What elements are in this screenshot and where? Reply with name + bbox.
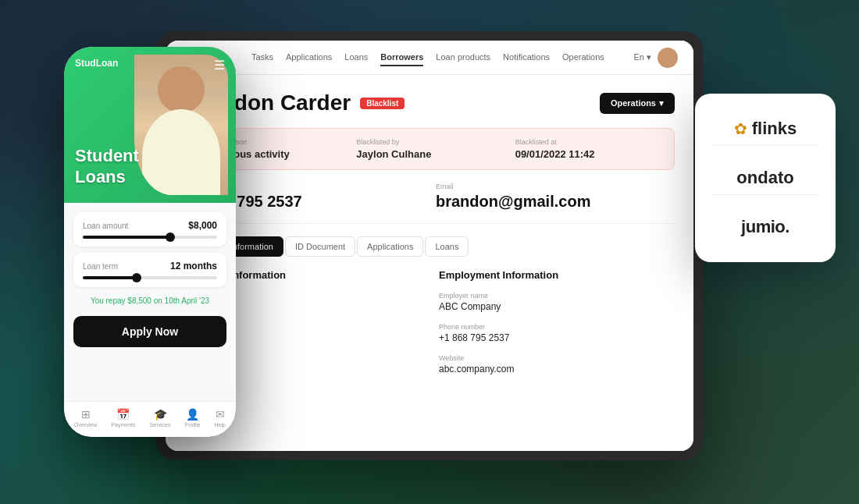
blacklist-badge: Blacklist [360, 98, 405, 109]
jumio-brand: jumio. [711, 211, 820, 243]
nav-payments[interactable]: 📅 Payments [111, 408, 135, 428]
employer-label: Employer name [439, 292, 675, 300]
employer-phone-value: +1 868 795 2537 [439, 332, 675, 343]
nav-links: Tasks Applications Loans Borrowers Loan … [251, 49, 618, 66]
nav-profile[interactable]: 👤 Profile [185, 408, 201, 428]
user-avatar[interactable] [658, 48, 678, 68]
tab-id-document[interactable]: ID Document [285, 236, 355, 257]
nav-notifications[interactable]: Notifications [503, 49, 550, 66]
blacklisted-at-label: Blacklisted at [515, 138, 661, 146]
flinks-brand: ✿ flinks [711, 112, 820, 146]
nav-applications[interactable]: Applications [286, 49, 332, 66]
ondato-brand: ondato [711, 161, 820, 195]
tablet-device: LoanBox Tasks Applications Loans Borrowe… [156, 31, 703, 460]
overview-icon: ⊞ [81, 408, 91, 421]
flinks-name: flinks [752, 119, 797, 139]
language-selector[interactable]: En ▾ [633, 52, 651, 62]
nav-loans[interactable]: Loans [344, 49, 368, 66]
hero-image [134, 55, 228, 195]
employer-phone-group: Phone number +1 868 795 2537 [439, 323, 675, 343]
app-logo: StudLoan [75, 58, 118, 69]
help-icon: ✉ [216, 408, 225, 421]
tablet-nav: LoanBox Tasks Applications Loans Borrowe… [166, 41, 693, 75]
employer-group: Employer name ABC Company [439, 292, 675, 312]
phone-hero: StudLoan ☰ StudentLoans [64, 47, 236, 203]
loan-amount-slider[interactable] [83, 236, 217, 239]
ondato-name: ondato [736, 168, 793, 188]
blacklisted-by-value: Jaylon Culhane [356, 148, 502, 160]
nav-right: En ▾ [633, 48, 678, 68]
loan-term-field: Loan term 12 months [73, 253, 226, 287]
blacklisted-by-label: Blacklisted by [356, 138, 502, 146]
operations-button[interactable]: Operations ▾ [600, 93, 675, 114]
nav-loan-products[interactable]: Loan products [436, 49, 490, 66]
tablet-screen: LoanBox Tasks Applications Loans Borrowe… [166, 41, 693, 451]
nav-operations[interactable]: Operations [562, 49, 604, 66]
website-value: abc.company.com [439, 364, 675, 374]
borrower-header: Brandon Carder Blacklist Operations ▾ [184, 91, 675, 115]
jumio-name: jumio. [741, 217, 789, 237]
tab-loans[interactable]: Loans [425, 236, 469, 257]
blacklisted-at-value: 09/01/2022 11:42 [515, 148, 661, 160]
blacklisted-at-group: Blacklisted at 09/01/2022 11:42 [515, 138, 661, 160]
loan-term-label: Loan term [83, 262, 118, 271]
loan-amount-field: Loan amount $8,000 [73, 212, 226, 247]
nav-help[interactable]: ✉ Help [214, 408, 225, 428]
website-group: Website abc.company.com [439, 354, 675, 374]
menu-icon[interactable]: ☰ [214, 58, 225, 73]
tablet-content: Brandon Carder Blacklist Operations ▾ Bl… [166, 75, 693, 451]
phone-content: Loan amount $8,000 Loan term 12 months [64, 203, 236, 401]
website-label: Website [439, 354, 675, 362]
contact-bar: Mobile phone +1 868 795 2537 Email brand… [184, 183, 675, 224]
apply-now-button[interactable]: Apply Now [73, 316, 226, 347]
profile-icon: 👤 [186, 408, 199, 421]
tab-applications[interactable]: Applications [357, 236, 423, 257]
nav-tasks[interactable]: Tasks [251, 49, 273, 66]
employer-phone-label: Phone number [439, 323, 675, 331]
info-columns: Personal Information First name Brandon … [184, 269, 675, 385]
nav-services[interactable]: 🎓 Services [150, 408, 171, 428]
email-label: Email [436, 183, 675, 190]
nav-overview[interactable]: ⊞ Overview [74, 408, 97, 428]
services-icon: 🎓 [154, 408, 167, 421]
blacklist-info-bar: Blacklist reason Suspicious activity Bla… [184, 128, 675, 170]
employment-info-section: Employment Information Employer name ABC… [439, 269, 675, 385]
email-group: Email brandon@gmail.com [436, 183, 675, 211]
payments-icon: 📅 [116, 408, 130, 421]
hero-title: StudentLoans [75, 146, 139, 187]
employment-info-title: Employment Information [439, 269, 675, 281]
flinks-icon: ✿ [734, 119, 747, 138]
employer-value: ABC Company [439, 301, 675, 312]
email-value: brandon@gmail.com [436, 193, 675, 211]
detail-tabs: Personal information ID Document Applica… [184, 236, 675, 257]
repay-text: You repay $8,500 on 10th April '23 [73, 293, 226, 308]
loan-amount-value: $8,000 [188, 220, 217, 231]
loan-term-value: 12 months [170, 261, 217, 272]
loan-amount-label: Loan amount [83, 222, 128, 230]
nav-borrowers[interactable]: Borrowers [380, 49, 423, 66]
phone-bottom-nav: ⊞ Overview 📅 Payments 🎓 Services 👤 Profi… [64, 401, 236, 437]
phone-device: StudLoan ☰ StudentLoans Loan amount $8,0… [64, 47, 236, 437]
brand-card: ✿ flinks ondato jumio. [695, 94, 836, 262]
blacklisted-by-group: Blacklisted by Jaylon Culhane [356, 138, 502, 160]
loan-term-slider[interactable] [83, 276, 217, 279]
